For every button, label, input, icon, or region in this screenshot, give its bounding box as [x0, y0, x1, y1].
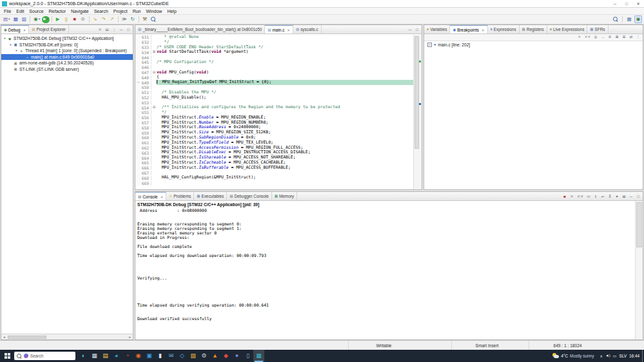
view-menu-icon[interactable]: ⋮ [111, 26, 117, 33]
menu-item-source[interactable]: Source [26, 9, 46, 14]
menu-item-window[interactable]: Window [143, 9, 164, 14]
minimize-view-icon[interactable]: ─ [628, 193, 634, 200]
remove-launch-icon[interactable]: ✕ [569, 193, 575, 200]
gutter-cell[interactable] [135, 60, 141, 65]
scroll-left-icon[interactable]: ◂ [1, 335, 7, 339]
debug-tree-item-gdb-process[interactable]: ▣arm-none-eabi-gdb (14.2.90.20240526) [1, 60, 133, 66]
fold-toggle-icon[interactable]: ⊟ [151, 105, 157, 110]
goto-file-icon[interactable]: → [600, 35, 606, 41]
display-selected-console-icon[interactable]: ▾ [614, 193, 620, 200]
console-body[interactable]: STM32H750B-DK Debug [STM32 C/C++ Applica… [135, 201, 635, 339]
collapse-all-icon[interactable]: ⊟ [621, 35, 627, 41]
code-line-649[interactable]: →649 MPU_Region_InitTypeDef MPU_InitStru… [135, 80, 413, 85]
start-button[interactable] [0, 350, 14, 362]
gutter-cell[interactable] [135, 85, 141, 90]
gutter-cell[interactable] [135, 180, 141, 186]
right-view-tab-variables[interactable]: ≡Variables [424, 25, 450, 33]
gutter-cell[interactable] [135, 110, 141, 115]
link-with-debug-icon[interactable]: ⇄ [628, 35, 634, 41]
debug-tree-item-program[interactable]: ▾▣STM32H750B-DK.elf [cores: 0] [1, 42, 133, 48]
right-view-tab-registers[interactable]: ▦Registers [520, 25, 547, 33]
gutter-cell[interactable] [135, 70, 141, 75]
maximize-view-icon[interactable]: □ [125, 26, 132, 33]
gutter-cell[interactable] [135, 35, 141, 40]
instruction-pointer-icon[interactable]: → [135, 80, 141, 85]
show-supported-breakpoints-icon[interactable]: ◎ [592, 35, 599, 41]
perspective-cpp-icon[interactable]: ▦ [625, 15, 633, 23]
code-line-631[interactable]: 631 * @retval None [135, 35, 413, 40]
code-area[interactable]: 631 * @retval None632 */633/* USER CODE … [135, 35, 413, 189]
taskbar-app-notepad[interactable]: ▯ [242, 350, 253, 362]
console-view-tab-memory[interactable]: ▦Memory [272, 192, 297, 200]
gutter-cell[interactable] [135, 90, 141, 95]
close-icon[interactable]: ✕ [23, 28, 26, 32]
code-line-645[interactable]: 645/* MPU Configuration */ [135, 60, 413, 65]
step-over-icon[interactable]: ↷ [100, 15, 108, 23]
clear-console-icon[interactable]: ▭ [585, 193, 592, 200]
gutter-cell[interactable] [135, 120, 141, 126]
gutter-cell[interactable] [135, 155, 141, 160]
gutter-cell[interactable] [135, 105, 141, 110]
new-wizard-icon[interactable]: ▤▾ [2, 15, 11, 23]
gutter-cell[interactable] [135, 45, 141, 50]
gutter-cell[interactable] [135, 95, 141, 100]
expand-all-icon[interactable]: ⊞ [614, 35, 620, 41]
menu-item-project[interactable]: Project [111, 9, 130, 14]
taskbar-app-photos[interactable]: ▨ [188, 350, 199, 362]
save-icon[interactable]: ▦ [12, 15, 19, 23]
remove-all-launches-icon[interactable]: ✕✕ [576, 193, 585, 200]
menu-item-refactor[interactable]: Refactor [46, 9, 68, 14]
taskbar-app-git-client[interactable]: ◆ [220, 350, 231, 362]
taskbar-search[interactable]: Search [14, 352, 75, 360]
debug-tree-item-stack-frame[interactable]: →main() at main.c:649 0x900016a0 [1, 54, 133, 61]
code-line-654[interactable]: 654⊟ /** Initializes and configures the … [135, 105, 413, 110]
expander-icon[interactable]: ▾ [3, 37, 7, 40]
instruction-stepping-icon[interactable]: ≫ [121, 15, 128, 23]
editor-scrollbar-thumb[interactable] [415, 36, 419, 149]
menu-item-file[interactable]: File [1, 9, 14, 14]
language-indicator[interactable]: SLV [619, 354, 627, 358]
taskbar-app-file-explorer[interactable]: ▤ [100, 350, 111, 362]
code-line-647[interactable]: 647⊟void MPU_Config(void) [135, 70, 413, 75]
clock[interactable]: 16:44 [629, 354, 639, 358]
scroll-lock-icon[interactable]: ⇩ [592, 193, 599, 200]
run-icon[interactable]: ▶▾ [42, 16, 50, 23]
debug-horizontal-scrollbar[interactable]: ◂ ▸ [1, 334, 133, 339]
gutter-cell[interactable] [135, 140, 141, 146]
remove-all-breakpoints-icon[interactable]: ✕✕ [583, 35, 592, 41]
breakpoint-item[interactable]: ✓●main.c [line: 202] [424, 41, 643, 48]
overview-current-line-mark[interactable] [419, 103, 421, 105]
editor-scrollbar[interactable] [413, 35, 422, 189]
debug-tree-item-launch-target[interactable]: ▾◆STM32H750B-DK Debug [STM32 C/C++ Appli… [1, 35, 133, 42]
gutter-cell[interactable] [135, 125, 141, 130]
close-icon[interactable]: ✕ [482, 28, 485, 32]
taskbar-app-terminal[interactable]: ▮ [155, 350, 166, 362]
editor-tab-main-c[interactable]: ▤main.c✕ [265, 25, 293, 34]
menu-item-navigate[interactable]: Navigate [68, 9, 92, 14]
right-view-tab-breakpoints[interactable]: ◉Breakpoints✕ [450, 25, 487, 34]
terminate-icon[interactable]: ■ [71, 15, 79, 23]
minimize-view-icon[interactable]: ─ [407, 26, 413, 33]
expander-icon[interactable]: ▾ [14, 49, 19, 52]
debug-tree-item-gdb-server[interactable]: ▣ST-LINK (ST-LINK GDB server) [1, 66, 133, 73]
collapse-all-icon[interactable]: ⊟ [104, 26, 110, 33]
gutter-cell[interactable] [135, 115, 141, 120]
taskbar-app-teams[interactable]: ● [231, 350, 242, 362]
console-scrollbar[interactable] [635, 201, 643, 339]
minimize-view-icon[interactable]: ─ [118, 26, 124, 33]
taskbar-app-copilot[interactable]: ◐ [78, 350, 89, 362]
code-line-669[interactable]: 669 [135, 180, 413, 186]
quick-access-search-icon[interactable] [612, 15, 620, 23]
build-icon[interactable]: ⚒ [141, 15, 149, 23]
debug-view-tab-debug[interactable]: ◉Debug✕ [1, 25, 29, 34]
search-icon[interactable] [150, 15, 157, 23]
gutter-cell[interactable] [135, 171, 141, 176]
taskbar-app-vscode[interactable]: ▣ [144, 350, 155, 362]
taskbar-app-task-view[interactable]: ▦ [89, 350, 100, 362]
gutter-cell[interactable] [135, 175, 141, 180]
gutter-cell[interactable] [135, 75, 141, 80]
skip-all-breakpoints-icon[interactable]: ⊘ [607, 35, 613, 41]
code-line-666[interactable]: 666 MPU_InitStruct.IsBufferable = MPU_AC… [135, 166, 413, 171]
right-view-tab-expressions[interactable]: ≡Expressions [488, 25, 520, 33]
gutter-cell[interactable] [135, 146, 141, 151]
